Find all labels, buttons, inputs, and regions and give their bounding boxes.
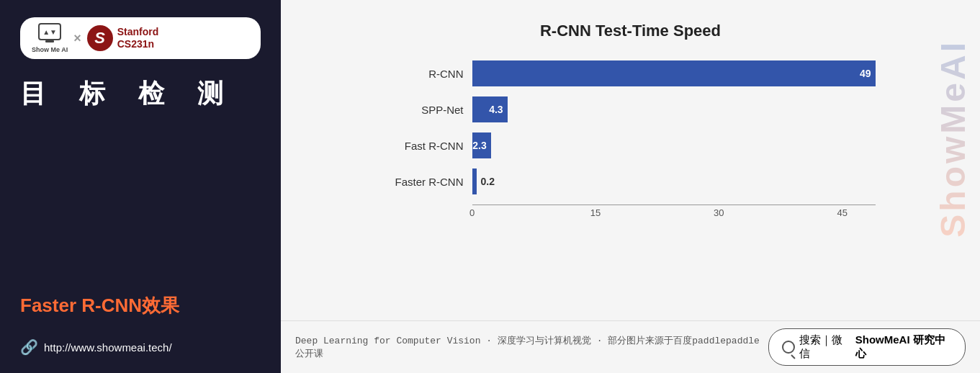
subtitle: Faster R-CNN效果: [20, 293, 261, 318]
stanford-s-icon: S: [87, 25, 113, 51]
bar-row-sppnet: SPP-Net 4.3: [386, 96, 876, 122]
stanford-text: Stanford CS231n: [117, 26, 159, 51]
bar-label-fastrcnn: Fast R-CNN: [386, 140, 472, 152]
bar-row-rcnn: R-CNN 49: [386, 60, 876, 86]
x-tick-30: 30: [714, 207, 724, 218]
bar-fill-sppnet: 4.3: [472, 96, 508, 122]
link-icon: 🔗: [20, 338, 38, 356]
bar-label-sppnet: SPP-Net: [386, 104, 472, 116]
bar-value-rcnn: 49: [860, 68, 871, 79]
website-link[interactable]: 🔗 http://www.showmeai.tech/: [20, 338, 261, 356]
bar-label-rcnn: R-CNN: [386, 68, 472, 80]
website-text: http://www.showmeai.tech/: [44, 341, 172, 354]
bar-value-sppnet: 4.3: [489, 104, 503, 115]
bar-container-fasterrcnn: 0.2: [472, 168, 876, 194]
x-axis: 0 15 30 45: [472, 205, 876, 219]
x-tick-15: 15: [590, 207, 601, 218]
showmeai-label: Show Me AI: [32, 46, 68, 53]
bar-label-fasterrcnn: Faster R-CNN: [386, 176, 472, 188]
left-panel: ▲▼ Show Me AI × S Stanford CS231n 目 标 检 …: [0, 0, 281, 373]
right-panel: ShowMeAI R-CNN Test-Time Speed R-CNN 49 …: [281, 0, 980, 373]
x-tick-45: 45: [837, 207, 848, 218]
stanford-course: CS231n: [117, 38, 159, 51]
bar-chart: R-CNN 49 SPP-Net 4.3 Fast R-CNN: [386, 60, 876, 219]
search-label: 搜索｜微信: [799, 333, 851, 361]
bar-fill-fasterrcnn: [472, 168, 477, 194]
bar-container-fastrcnn: 2.3: [472, 132, 876, 158]
brand-name: ShowMeAI 研究中心: [855, 333, 952, 361]
bar-row-fasterrcnn: Faster R-CNN 0.2: [386, 168, 876, 194]
stanford-name: Stanford: [117, 26, 159, 39]
search-icon: [782, 341, 794, 354]
bar-container-sppnet: 4.3: [472, 96, 876, 122]
bar-value-fastrcnn: 2.3: [472, 140, 486, 151]
stanford-logo: S Stanford CS231n: [87, 25, 159, 51]
watermark: ShowMeAI: [933, 0, 973, 277]
bottom-bar: Deep Learning for Computer Vision · 深度学习…: [281, 320, 980, 373]
bar-value-fasterrcnn: 0.2: [481, 176, 495, 187]
page-title-zh: 目 标 检 测: [20, 76, 261, 112]
cross-sign: ×: [73, 31, 81, 46]
search-badge[interactable]: 搜索｜微信 ShowMeAI 研究中心: [768, 328, 966, 366]
chart-area: ShowMeAI R-CNN Test-Time Speed R-CNN 49 …: [281, 0, 980, 320]
bar-container-rcnn: 49: [472, 60, 876, 86]
showmeai-logo: ▲▼ Show Me AI: [32, 23, 68, 53]
chart-title: R-CNN Test-Time Speed: [540, 22, 721, 40]
bar-row-fastrcnn: Fast R-CNN 2.3: [386, 132, 876, 158]
bottom-description: Deep Learning for Computer Vision · 深度学习…: [295, 334, 768, 360]
bar-fill-fastrcnn: 2.3: [472, 132, 491, 158]
bar-fill-rcnn: 49: [472, 60, 876, 86]
logo-area: ▲▼ Show Me AI × S Stanford CS231n: [20, 17, 261, 59]
x-tick-0: 0: [469, 207, 475, 218]
